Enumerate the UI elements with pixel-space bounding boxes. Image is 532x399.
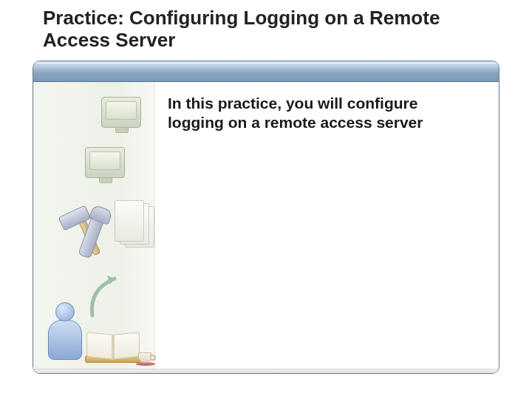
monitor-stand: [99, 177, 112, 183]
book-spine: [112, 335, 115, 358]
slide: Practice: Configuring Logging on a Remot…: [0, 0, 532, 399]
book-page-right: [113, 332, 140, 360]
person-body: [48, 320, 82, 360]
panel-highlight-line: [35, 63, 497, 64]
computer-monitor-icon: [101, 97, 141, 128]
cup-handle: [150, 355, 156, 361]
curved-arrow-icon: [85, 271, 129, 323]
book-page-left: [86, 332, 113, 360]
sidebar-illustration: [33, 82, 155, 373]
computer-monitor-icon: [85, 147, 125, 178]
page: [115, 200, 144, 242]
content-panel: In this practice, you will configure log…: [33, 61, 499, 374]
panel-footer-bar: [33, 369, 499, 373]
document-stack-icon: [115, 200, 156, 255]
panel-body: In this practice, you will configure log…: [33, 82, 499, 373]
person-head: [55, 302, 75, 321]
slide-title: Practice: Configuring Logging on a Remot…: [43, 7, 486, 52]
panel-header-bar: [33, 61, 499, 82]
body-text: In this practice, you will configure log…: [168, 94, 478, 132]
person-icon: [44, 302, 88, 369]
open-book-icon: [86, 333, 140, 363]
coffee-cup-icon: [138, 349, 157, 366]
monitor-stand: [115, 127, 129, 133]
